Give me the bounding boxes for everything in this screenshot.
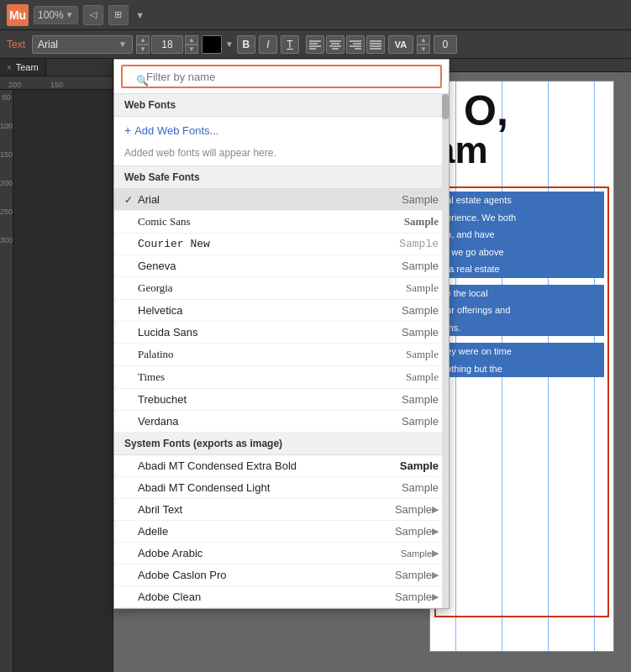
font-dropdown: 🔍 Web Fonts + Add Web Fonts... Added web… (113, 59, 450, 609)
page-canvas: O, am eal estate agents perience. We bot… (429, 81, 614, 652)
font-item-arial[interactable]: ✓ Arial Sample (114, 189, 449, 211)
font-selector-value: Arial (38, 39, 58, 50)
font-item-trebuchet[interactable]: Trebuchet Sample (114, 389, 449, 411)
font-sample-comic-sans: Sample (388, 215, 439, 228)
font-sample-adelle: Sample (381, 525, 432, 538)
vmark-5: 250 (0, 207, 13, 216)
check-icon: ✓ (124, 194, 138, 206)
font-name-geneva: Geneva (138, 260, 388, 272)
tab-close-icon[interactable]: × (7, 63, 12, 72)
font-list: Web Fonts + Add Web Fonts... Added web f… (114, 94, 449, 608)
font-selector[interactable]: Arial ▼ (32, 35, 133, 54)
font-size-down[interactable]: ▼ (136, 45, 150, 54)
font-size-up[interactable]: ▲ (136, 35, 150, 45)
font-sample-georgia: Sample (388, 281, 439, 295)
arrow-adobe-caslon: ▶ (432, 570, 439, 580)
add-web-fonts-button[interactable]: + Add Web Fonts... (114, 117, 449, 144)
font-sample-trebuchet: Sample (388, 393, 439, 406)
spacing-value[interactable]: 0 (434, 35, 457, 54)
layout-arrow-icon[interactable]: ▼ (134, 5, 147, 25)
font-name-lucida-sans: Lucida Sans (138, 326, 388, 339)
layout-icon[interactable]: ⊞ (108, 5, 129, 25)
font-size-down2[interactable]: ▼ (185, 45, 198, 54)
text-line-3: on, and have (439, 226, 604, 244)
font-item-adobe-caslon[interactable]: Adobe Caslon Pro Sample ▶ (114, 564, 449, 586)
font-sample-abadi-bold: Sample (388, 459, 439, 472)
align-center-button[interactable] (326, 35, 344, 54)
font-search-wrapper: 🔍 (121, 65, 442, 88)
font-item-abril-text[interactable]: Abril Text Sample ▶ (114, 499, 449, 521)
font-item-palatino[interactable]: Palatino Sample (114, 344, 449, 366)
font-name-adobe-caslon: Adobe Caslon Pro (138, 569, 381, 581)
font-name-adobe-clean: Adobe Clean (138, 591, 381, 603)
font-search-area: 🔍 (114, 60, 449, 94)
italic-button[interactable]: I (259, 35, 277, 54)
vertical-align-button[interactable]: VA (388, 35, 413, 54)
underline-button[interactable]: T (281, 35, 299, 54)
font-item-abadi-bold[interactable]: Abadi MT Condensed Extra Bold Sample (114, 455, 449, 477)
font-name-times: Times (138, 370, 388, 384)
font-sample-palatino: Sample (388, 348, 439, 361)
font-name-comic-sans: Comic Sans (138, 215, 388, 228)
font-item-geneva[interactable]: Geneva Sample (114, 255, 449, 277)
font-size-value[interactable]: 18 (151, 35, 183, 54)
text-line-2: perience. We both (439, 209, 604, 227)
va-arrows[interactable]: ▲ ▼ (417, 35, 430, 54)
font-item-times[interactable]: Times Sample (114, 366, 449, 389)
circle-letter-o: O, (464, 90, 508, 132)
font-size-up2[interactable]: ▲ (185, 35, 198, 45)
font-name-adobe-arabic: Adobe Arabic (138, 547, 381, 559)
tab-bar: × Team (0, 59, 113, 76)
text-line-1: eal estate agents (439, 192, 604, 209)
app-logo: Mu (7, 4, 29, 26)
font-item-adobe-clean[interactable]: Adobe Clean Sample ▶ (114, 586, 449, 608)
sidebar-ruler-vertical: 50 100 150 200 250 300 (0, 90, 13, 672)
font-sample-geneva: Sample (388, 260, 439, 272)
bold-button[interactable]: B (237, 35, 255, 54)
font-color-picker[interactable] (202, 35, 222, 54)
font-item-courier-new[interactable]: Courier New Sample (114, 234, 449, 255)
font-sample-abadi-light: Sample (388, 481, 439, 494)
text-line-7: our offerings and (439, 302, 604, 319)
text-line-6: ve the local (439, 285, 604, 302)
text-spacer-1 (439, 278, 604, 285)
nav-back-icon[interactable]: ◁ (83, 5, 103, 25)
va-up[interactable]: ▲ (417, 35, 430, 45)
font-item-lucida-sans[interactable]: Lucida Sans Sample (114, 322, 449, 344)
vmark-4: 200 (0, 179, 13, 187)
font-sample-lucida-sans: Sample (388, 326, 439, 339)
text-line-8: ions. (439, 319, 604, 337)
va-down[interactable]: ▼ (417, 45, 430, 54)
font-name-arial: Arial (138, 193, 388, 206)
sidebar-content: 50 100 150 200 250 300 (0, 90, 113, 672)
web-fonts-note: Added web fonts will appear here. (114, 144, 449, 166)
scrollbar-track[interactable] (442, 94, 449, 608)
font-sample-adobe-arabic: Sample (381, 549, 432, 559)
tab-label: Team (16, 62, 39, 72)
scrollbar-thumb[interactable] (442, 94, 449, 119)
font-sample-abril-text: Sample (381, 503, 432, 516)
font-item-adobe-arabic[interactable]: Adobe Arabic Sample ▶ (114, 543, 449, 564)
vmark-3: 150 (0, 150, 13, 159)
font-item-comic-sans[interactable]: Comic Sans Sample (114, 211, 449, 234)
red-border-box: eal estate agents perience. We both on, … (434, 186, 609, 617)
align-left-button[interactable] (306, 35, 324, 54)
font-item-abadi-light[interactable]: Abadi MT Condensed Light Sample (114, 477, 449, 499)
font-item-helvetica[interactable]: Helvetica Sample (114, 300, 449, 322)
font-size-arrows[interactable]: ▲ ▼ (136, 35, 150, 54)
font-search-input[interactable] (121, 65, 442, 88)
text-content-area: eal estate agents perience. We both on, … (436, 188, 607, 381)
align-justify-button[interactable] (366, 35, 385, 54)
font-sample-adobe-clean: Sample (381, 591, 432, 603)
font-item-verdana[interactable]: Verdana Sample (114, 411, 449, 433)
font-item-adelle[interactable]: Adelle Sample ▶ (114, 521, 449, 543)
sidebar-ruler-horizontal: 200 150 (0, 76, 113, 90)
vmark-1: 50 (2, 93, 10, 102)
font-color-arrow[interactable]: ▼ (225, 39, 234, 49)
align-right-button[interactable] (346, 35, 365, 54)
ruler-mark-150: 150 (50, 81, 63, 89)
font-size-arrows2[interactable]: ▲ ▼ (185, 35, 198, 54)
font-item-georgia[interactable]: Georgia Sample (114, 277, 449, 300)
tab-team[interactable]: × Team (0, 59, 46, 76)
zoom-control[interactable]: 100% ▼ (34, 6, 78, 24)
